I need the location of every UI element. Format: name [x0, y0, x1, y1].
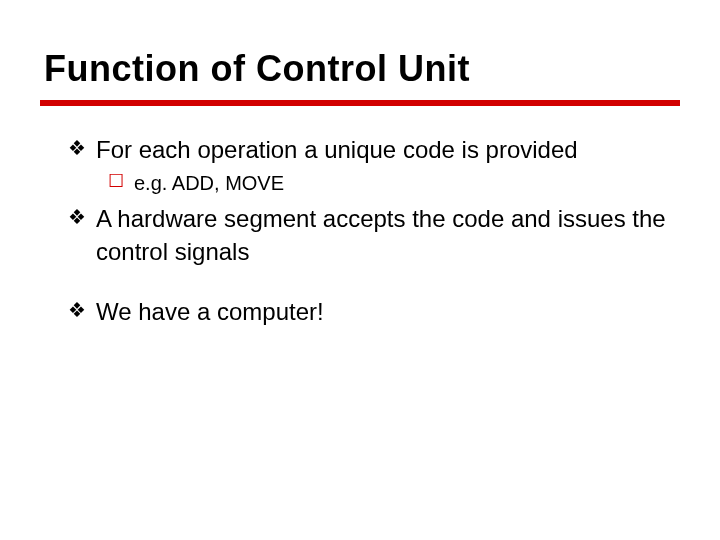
bullet-item: ❖ A hardware segment accepts the code an… [68, 203, 680, 268]
bullet-glyph-icon: ❖ [68, 207, 86, 227]
bullet-text: For each operation a unique code is prov… [96, 136, 578, 163]
slide-title: Function of Control Unit [44, 48, 680, 90]
bullet-text: A hardware segment accepts the code and … [96, 205, 666, 264]
sub-bullet-text: e.g. ADD, MOVE [134, 172, 284, 194]
bullet-text: We have a computer! [96, 298, 324, 325]
sub-bullet-list: ☐ e.g. ADD, MOVE [108, 170, 680, 197]
bullet-item: ❖ We have a computer! [68, 296, 680, 328]
bullet-glyph-icon: ❖ [68, 300, 86, 320]
bullet-glyph-icon: ❖ [68, 138, 86, 158]
sub-bullet-glyph-icon: ☐ [108, 172, 124, 190]
bullet-item: ❖ For each operation a unique code is pr… [68, 134, 680, 197]
title-rule [40, 100, 680, 106]
bullet-list: ❖ For each operation a unique code is pr… [68, 134, 680, 329]
sub-bullet-item: ☐ e.g. ADD, MOVE [108, 170, 680, 197]
slide: Function of Control Unit ❖ For each oper… [0, 0, 720, 540]
